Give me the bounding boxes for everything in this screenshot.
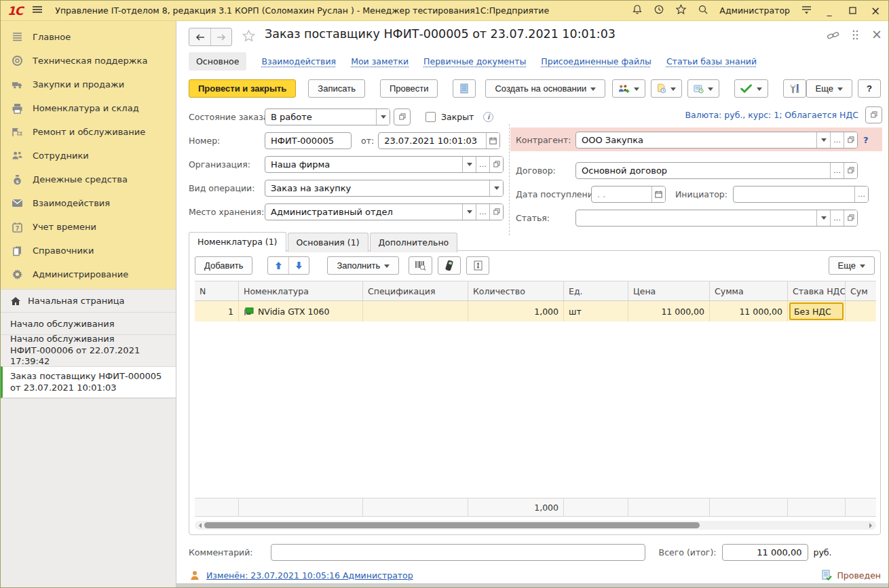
tab-my-notes[interactable]: Мои заметки	[351, 56, 409, 66]
receipt-date-input[interactable]: . .	[591, 186, 666, 203]
column-header-nomenclature[interactable]: Номенклатура	[238, 281, 362, 300]
close-form-icon[interactable]: ×	[871, 26, 882, 41]
operation-type-select[interactable]: Заказ на закупку	[265, 180, 504, 197]
choose-button[interactable]: …	[854, 187, 868, 202]
create-task-button[interactable]	[687, 79, 719, 98]
get-link-icon[interactable]	[827, 30, 839, 43]
contract-select[interactable]: Основной договор …	[575, 162, 858, 179]
cell-specification[interactable]	[362, 301, 468, 321]
tab-attached-files[interactable]: Присоединенные файлы	[541, 56, 651, 66]
open-button[interactable]	[844, 210, 857, 226]
back-button[interactable]	[189, 28, 210, 45]
column-header-price[interactable]: Цена	[628, 281, 709, 300]
sidebar-item-money[interactable]: s Денежные средства	[1, 168, 176, 191]
column-header-specification[interactable]: Спецификация	[362, 281, 468, 300]
table-row[interactable]: 1 NVidia GTX 1060 1,000 шт 11 000,00 11 …	[195, 301, 876, 321]
choose-button[interactable]: …	[830, 163, 844, 178]
currency-link[interactable]: Валюта: руб., курс: 1; Облагается НДС	[685, 110, 858, 120]
cell-vat-rate[interactable]: Без НДС	[787, 301, 845, 321]
create-document-button[interactable]	[651, 79, 682, 98]
favorite-star-icon[interactable]	[242, 29, 256, 45]
sidebar-item-timesheet[interactable]: 7 Учет времени	[1, 215, 176, 239]
open-button[interactable]	[844, 163, 857, 178]
service-tools-button[interactable]	[783, 79, 806, 98]
cell-unit[interactable]: шт	[563, 301, 628, 321]
contractor-help-link[interactable]: ?	[863, 135, 869, 145]
dropdown-button[interactable]	[462, 157, 476, 172]
history-icon[interactable]	[654, 4, 664, 17]
add-row-button[interactable]: Добавить	[195, 256, 252, 275]
fill-button[interactable]: Заполнить	[327, 256, 399, 275]
scroll-right-arrow[interactable]	[869, 523, 875, 528]
sidebar-item-employees[interactable]: Сотрудники	[1, 144, 176, 168]
column-header-vat-amount[interactable]: Сум	[845, 281, 876, 300]
calendar-picker-button[interactable]	[651, 187, 665, 202]
cell-n[interactable]: 1	[195, 301, 238, 321]
article-select[interactable]: …	[575, 210, 858, 227]
service-menu-icon[interactable]	[801, 5, 812, 16]
open-state-button[interactable]	[394, 109, 411, 125]
notifications-icon[interactable]	[632, 4, 643, 17]
tab-knowledge-base[interactable]: Статьи базы знаний	[666, 56, 757, 66]
move-up-button[interactable]	[268, 257, 288, 274]
close-window-button[interactable]: ×	[869, 4, 882, 18]
column-header-amount[interactable]: Сумма	[709, 281, 787, 300]
dropdown-button[interactable]	[462, 204, 476, 220]
cell-amount[interactable]: 11 000,00	[709, 301, 787, 321]
sidebar-tab-service-000006[interactable]: Начало обслуживания НФИТ-000006 от 22.07…	[1, 334, 176, 366]
create-interaction-button[interactable]	[612, 79, 645, 98]
more-dots-icon[interactable]	[852, 30, 858, 42]
sidebar-home-page[interactable]: Начальная страница	[1, 289, 176, 312]
open-button[interactable]	[489, 204, 503, 220]
sidebar-item-repair[interactable]: Ремонт и обслуживание	[1, 120, 176, 144]
main-menu-icon[interactable]	[32, 5, 43, 16]
sidebar-item-nomenclature[interactable]: Номенклатура и склад	[1, 96, 176, 120]
post-button[interactable]: Провести	[380, 79, 438, 98]
cell-vat-amount[interactable]	[845, 301, 876, 321]
data-terminal-button[interactable]	[438, 256, 461, 275]
sidebar-item-main[interactable]: Главное	[1, 25, 176, 49]
table-more-button[interactable]: Еще	[829, 256, 875, 275]
sidebar-tab-order-000005[interactable]: Заказ поставщику НФИТ-000005 от 23.07.20…	[1, 366, 176, 398]
total-input[interactable]: 11 000,00	[722, 544, 808, 561]
horizontal-scrollbar[interactable]	[195, 521, 876, 530]
tab-main[interactable]: Основное	[189, 52, 246, 71]
dropdown-button[interactable]	[816, 132, 830, 148]
column-header-quantity[interactable]: Количество	[468, 281, 563, 300]
column-header-unit[interactable]: Ед.	[563, 281, 628, 300]
cell-price[interactable]: 11 000,00	[628, 301, 709, 321]
cell-quantity[interactable]: 1,000	[468, 301, 563, 321]
minimize-button[interactable]: _	[823, 5, 835, 16]
toggle-height-button[interactable]	[466, 256, 489, 275]
current-user[interactable]: Администратор	[719, 5, 790, 16]
date-input[interactable]: 23.07.2021 10:01:03	[378, 132, 500, 149]
sidebar-item-purchases[interactable]: Закупки и продажи	[1, 73, 176, 96]
forward-button[interactable]	[210, 28, 231, 45]
column-header-vat-rate[interactable]: Ставка НДС	[787, 281, 845, 300]
sidebar-tab-service-start[interactable]: Начало обслуживания	[1, 312, 176, 334]
favorites-icon[interactable]	[675, 4, 687, 17]
tab-nomenclature[interactable]: Номенклатура (1)	[189, 232, 286, 252]
sidebar-item-administration[interactable]: Администрирование	[1, 262, 176, 286]
storage-select[interactable]: Административный отдел …	[265, 203, 504, 220]
tab-grounds[interactable]: Основания (1)	[288, 233, 368, 252]
sidebar-item-support[interactable]: Техническая поддержка	[1, 49, 176, 73]
closed-checkbox[interactable]	[425, 112, 436, 122]
selected-cell[interactable]: Без НДС	[789, 302, 844, 320]
scroll-left-arrow[interactable]	[196, 523, 202, 528]
sidebar-item-references[interactable]: Справочники	[1, 239, 176, 262]
scrollbar-thumb[interactable]	[204, 522, 700, 528]
open-currency-button[interactable]	[865, 106, 882, 123]
modified-link[interactable]: Изменён: 23.07.2021 10:05:16 Администрат…	[206, 570, 413, 581]
dropdown-button[interactable]	[376, 109, 390, 125]
contractor-select[interactable]: ООО Закупка …	[575, 132, 858, 149]
comment-input[interactable]	[271, 544, 645, 561]
sidebar-item-interactions[interactable]: Взаимодействия	[1, 191, 176, 215]
subordination-structure-button[interactable]	[453, 79, 476, 98]
tab-interactions[interactable]: Взаимодействия	[261, 56, 336, 66]
tab-additional[interactable]: Дополнительно	[370, 233, 458, 252]
tab-primary-documents[interactable]: Первичные документы	[423, 56, 526, 66]
maximize-button[interactable]	[846, 5, 858, 16]
create-based-on-button[interactable]: Создать на основании	[485, 79, 605, 98]
dropdown-button[interactable]	[489, 180, 503, 196]
